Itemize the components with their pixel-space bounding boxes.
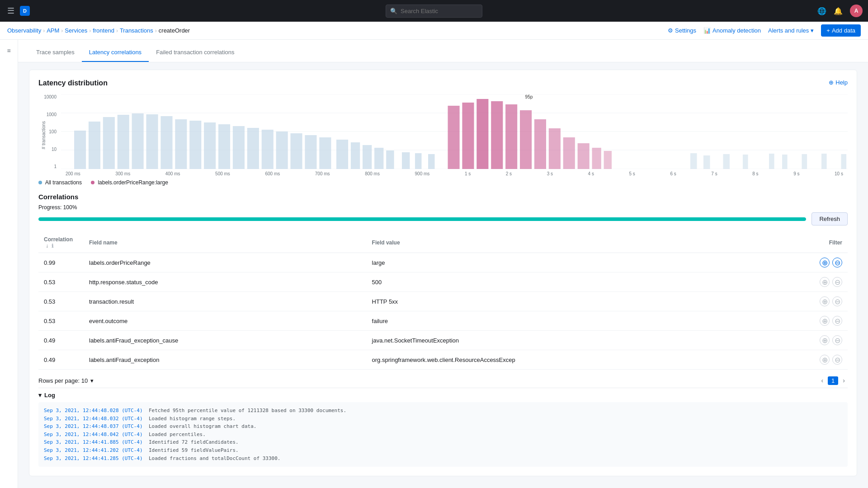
log-entry: Sep 3, 2021, 12:44:41.202 (UTC-4)Identif… <box>44 446 842 455</box>
log-entry: Sep 3, 2021, 12:44:48.028 (UTC-4)Fetched… <box>44 407 842 415</box>
log-entry: Sep 3, 2021, 12:44:48.037 (UTC-4)Loaded … <box>44 422 842 431</box>
breadcrumb-label-apm: APM <box>47 27 59 34</box>
alerts-rules-button[interactable]: Alerts and rules ▾ <box>768 27 814 34</box>
filter-include-btn-0[interactable]: ⊕ <box>820 258 830 267</box>
sidebar-mini: ≡ <box>0 40 18 488</box>
table-row: 0.53 transaction.result HTTP 5xx ⊕ ⊖ <box>38 292 848 311</box>
refresh-button[interactable]: Refresh <box>811 212 848 225</box>
breadcrumb-transactions[interactable]: Transactions <box>120 27 153 34</box>
svg-rect-15 <box>218 124 230 169</box>
correlations-table: Correlation ↓ ℹ Field name Field value <box>38 233 848 370</box>
rows-per-page-selector[interactable]: Rows per page: 10 ▾ <box>38 377 94 384</box>
filter-exclude-btn-5[interactable]: ⊖ <box>832 355 842 365</box>
progress-bar-fill <box>38 217 806 221</box>
settings-icon: ⚙ <box>668 27 673 34</box>
svg-rect-47 <box>769 154 774 169</box>
filter-exclude-btn-4[interactable]: ⊖ <box>832 335 842 345</box>
table-row: 0.99 labels.orderPriceRange large ⊕ ⊖ <box>38 253 848 272</box>
cell-field-name-3: event.outcome <box>84 311 367 331</box>
cell-filter-2: ⊕ ⊖ <box>802 292 848 311</box>
filter-exclude-btn-3[interactable]: ⊖ <box>832 316 842 326</box>
breadcrumb-sep-3: › <box>89 28 91 34</box>
svg-rect-38 <box>549 128 561 169</box>
help-icon: ⊕ <box>829 79 834 86</box>
filter-include-btn-4[interactable]: ⊕ <box>820 335 830 345</box>
svg-rect-18 <box>262 130 274 169</box>
deployment-badge: D <box>20 6 30 16</box>
progress-bar-section: Refresh <box>38 212 848 225</box>
latency-distribution-card: Latency distribution ⊕ Help # transactio… <box>29 70 857 476</box>
breadcrumb-sep-1: › <box>43 28 45 34</box>
cell-correlation-2: 0.53 <box>38 292 84 311</box>
settings-button[interactable]: ⚙ Settings <box>668 27 696 34</box>
svg-rect-20 <box>291 133 302 169</box>
filter-include-btn-5[interactable]: ⊕ <box>820 355 830 365</box>
cell-correlation-1: 0.53 <box>38 272 84 292</box>
svg-rect-45 <box>723 154 730 169</box>
svg-rect-21 <box>305 135 316 169</box>
filter-exclude-btn-2[interactable]: ⊖ <box>832 296 842 306</box>
card-title: Latency distribution <box>38 79 108 87</box>
filter-include-btn-2[interactable]: ⊕ <box>820 296 830 306</box>
top-navigation: ☰ D 🔍 🌐 🔔 A <box>0 0 868 22</box>
svg-rect-37 <box>534 119 546 169</box>
breadcrumb-observability[interactable]: Observability <box>7 27 41 34</box>
breadcrumb-services[interactable]: Services <box>65 27 87 34</box>
tab-latency-correlations[interactable]: Latency correlations <box>82 43 149 62</box>
tab-trace-samples[interactable]: Trace samples <box>29 43 82 62</box>
svg-rect-23 <box>336 140 348 169</box>
svg-rect-29 <box>415 153 422 169</box>
search-bar-container: 🔍 <box>386 5 482 18</box>
breadcrumb-label-services: Services <box>65 27 87 34</box>
breadcrumb-apm[interactable]: APM <box>47 27 59 34</box>
globe-icon-button[interactable]: 🌐 <box>817 7 826 15</box>
svg-rect-9 <box>132 113 144 169</box>
y-axis-ticks: 10000 1000 100 10 1 <box>38 94 59 169</box>
filter-include-btn-3[interactable]: ⊕ <box>820 316 830 326</box>
filter-exclude-btn-0[interactable]: ⊖ <box>832 258 842 267</box>
log-entry: Sep 3, 2021, 12:44:41.285 (UTC-4)Loaded … <box>44 455 842 463</box>
next-page-button[interactable]: › <box>840 375 848 386</box>
svg-rect-28 <box>402 152 410 169</box>
add-data-button[interactable]: + Add data <box>821 24 861 37</box>
cell-correlation-3: 0.53 <box>38 311 84 331</box>
nav-actions: ⚙ Settings 📊 Anomaly detection Alerts an… <box>668 24 861 37</box>
svg-rect-31 <box>448 106 460 169</box>
log-entry: Sep 3, 2021, 12:44:48.042 (UTC-4)Loaded … <box>44 431 842 439</box>
log-toggle[interactable]: ▾ Log <box>38 388 848 402</box>
th-field-name: Field name <box>84 233 367 253</box>
log-entry: Sep 3, 2021, 12:44:41.885 (UTC-4)Identif… <box>44 438 842 446</box>
tabs-container: Trace samples Latency correlations Faile… <box>29 43 857 62</box>
tab-failed-transaction-correlations[interactable]: Failed transaction correlations <box>149 43 241 62</box>
add-icon: + <box>826 27 830 34</box>
table-row: 0.49 labels.antiFraud_exception_cause ja… <box>38 331 848 350</box>
svg-rect-49 <box>802 154 807 169</box>
bell-icon-button[interactable]: 🔔 <box>834 7 843 15</box>
user-avatar-button[interactable]: A <box>850 5 863 17</box>
content-area: Latency distribution ⊕ Help # transactio… <box>18 62 868 483</box>
breadcrumb-frontend[interactable]: frontend <box>93 27 114 34</box>
cell-correlation-0: 0.99 <box>38 253 84 272</box>
svg-rect-32 <box>462 103 474 169</box>
svg-rect-42 <box>604 151 612 169</box>
th-correlation[interactable]: Correlation ↓ ℹ <box>38 233 84 253</box>
svg-rect-6 <box>89 122 100 169</box>
search-icon: 🔍 <box>390 8 397 14</box>
table-row: 0.53 http.response.status_code 500 ⊕ ⊖ <box>38 272 848 292</box>
table-row: 0.49 labels.antiFraud_exception org.spri… <box>38 350 848 370</box>
anomaly-detection-button[interactable]: 📊 Anomaly detection <box>703 27 761 34</box>
svg-rect-30 <box>428 154 435 169</box>
search-input[interactable] <box>386 5 482 18</box>
filter-include-btn-1[interactable]: ⊕ <box>820 277 830 287</box>
svg-rect-46 <box>743 155 748 169</box>
hamburger-button[interactable]: ☰ <box>5 4 16 18</box>
th-field-value: Field value <box>367 233 802 253</box>
sidebar-toggle-button[interactable]: ≡ <box>3 43 14 58</box>
filter-exclude-btn-1[interactable]: ⊖ <box>832 277 842 287</box>
prev-page-button[interactable]: ‹ <box>818 375 826 386</box>
help-button[interactable]: ⊕ Help <box>829 79 848 86</box>
svg-rect-19 <box>276 131 288 169</box>
pagination: ‹ 1 › <box>818 375 848 386</box>
cell-field-value-3: failure <box>367 311 802 331</box>
svg-rect-8 <box>118 115 129 169</box>
